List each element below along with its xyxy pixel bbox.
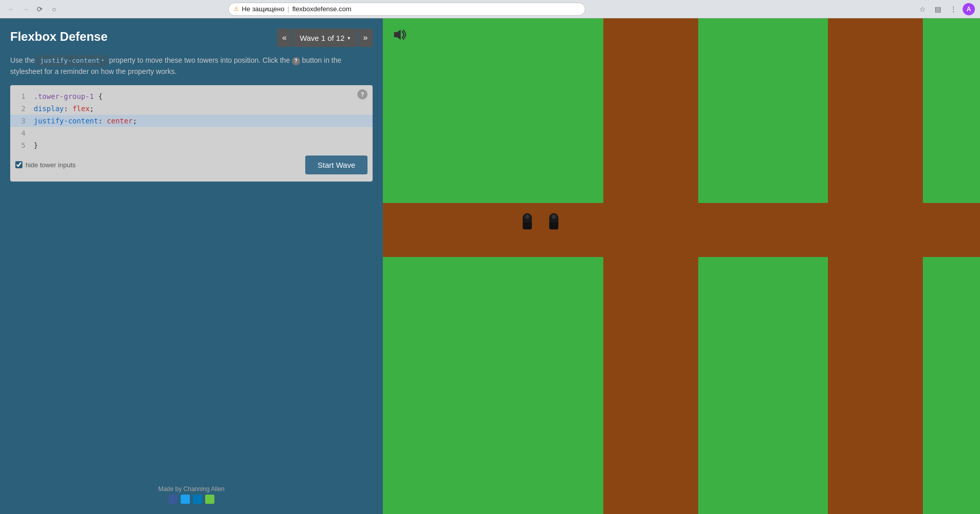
linkedin-icon[interactable] — [193, 495, 202, 504]
menu-button[interactable]: ⋮ — [947, 3, 960, 15]
code-content-1: .tower-group-1 { — [34, 92, 368, 100]
tower-2 — [547, 213, 560, 232]
info-icon[interactable]: ? — [292, 57, 300, 65]
bookmark-button[interactable]: ☆ — [917, 3, 929, 15]
wave-prev-button[interactable]: « — [277, 29, 291, 47]
tower-group — [521, 213, 560, 232]
wave-next-button[interactable]: » — [358, 29, 373, 47]
code-line-1: 1 .tower-group-1 { — [10, 90, 373, 102]
twitter-icon[interactable] — [181, 495, 190, 504]
home-button[interactable]: ○ — [48, 3, 60, 15]
app-container: Flexbox Defense « Wave 1 of 12 ▾ » Use t… — [0, 18, 980, 514]
made-by-text: Made by Channing Allen — [10, 485, 373, 493]
property-name: justify-content — [40, 56, 100, 66]
extensions-button[interactable]: ▤ — [932, 3, 944, 15]
sound-button[interactable] — [390, 25, 408, 44]
nav-buttons: ← → ⟳ ○ — [5, 3, 60, 15]
editor-footer: hide tower inputs Start Wave — [10, 151, 373, 176]
security-text: Не защищено — [242, 5, 285, 13]
wave-selector: « Wave 1 of 12 ▾ » — [277, 29, 373, 47]
github-icon[interactable] — [205, 495, 214, 504]
game-area — [383, 18, 980, 514]
tower-2-top — [549, 213, 558, 222]
wave-dropdown-arrow: ▾ — [348, 35, 350, 41]
browser-chrome: ← → ⟳ ○ ⚠ Не защищено | flexboxdefense.c… — [0, 0, 980, 18]
help-icon[interactable]: ? — [357, 89, 368, 99]
line-number-3: 3 — [15, 117, 26, 125]
property-badge[interactable]: justify-content ▾ — [37, 55, 107, 66]
line-number-5: 5 — [15, 141, 26, 149]
address-url: flexboxdefense.com — [292, 5, 352, 13]
wave-label-text: Wave 1 of 12 — [300, 34, 345, 42]
green-cover-tl — [383, 18, 603, 203]
left-panel: Flexbox Defense « Wave 1 of 12 ▾ » Use t… — [0, 18, 383, 514]
back-button[interactable]: ← — [5, 3, 17, 15]
social-icons — [10, 495, 373, 504]
browser-actions: ☆ ▤ ⋮ A — [917, 3, 975, 15]
road-vertical-right-top — [827, 18, 924, 210]
tower-1-top — [523, 213, 532, 222]
line-number-4: 4 — [15, 129, 26, 137]
code-content-3: justify-content: center; — [34, 117, 368, 125]
green-cover-bl — [383, 257, 603, 514]
code-line-3[interactable]: 3 justify-content: center; — [10, 115, 373, 127]
road-vertical-center-bottom — [602, 253, 699, 514]
hide-towers-text: hide tower inputs — [26, 161, 76, 169]
lock-icon: ⚠ — [234, 6, 239, 12]
green-cover-bottom-middle — [698, 257, 828, 514]
property-dropdown-icon: ▾ — [102, 57, 104, 64]
tower-1 — [521, 213, 534, 232]
road-vertical-right — [602, 18, 699, 233]
wave-label-button[interactable]: Wave 1 of 12 ▾ — [292, 29, 357, 47]
line-number-2: 2 — [15, 105, 26, 113]
instructions-prefix: Use the — [10, 56, 35, 64]
line-number-1: 1 — [15, 92, 26, 100]
header-row: Flexbox Defense « Wave 1 of 12 ▾ » — [10, 29, 373, 47]
code-content-5: } — [34, 141, 368, 149]
sound-icon — [392, 28, 406, 42]
hide-towers-checkbox[interactable] — [15, 161, 22, 168]
app-title: Flexbox Defense — [10, 30, 108, 44]
svg-marker-0 — [394, 30, 401, 40]
tower-2-base — [549, 222, 558, 229]
forward-button[interactable]: → — [19, 3, 32, 15]
panel-footer: Made by Channing Allen — [10, 485, 373, 504]
instructions: Use the justify-content ▾ property to mo… — [10, 55, 373, 77]
road-vertical-right-bottom — [827, 253, 924, 514]
reload-button[interactable]: ⟳ — [34, 3, 46, 15]
address-bar[interactable]: ⚠ Не защищено | flexboxdefense.com — [228, 3, 585, 16]
facebook-icon[interactable] — [168, 495, 178, 504]
address-separator: | — [287, 5, 289, 13]
code-line-2: 2 display: flex; — [10, 102, 373, 115]
code-line-4: 4 — [10, 127, 373, 139]
code-line-5: 5 } — [10, 139, 373, 151]
code-content-2: display: flex; — [34, 105, 368, 113]
instructions-middle: property to move these two towers into p… — [109, 56, 290, 64]
profile-icon[interactable]: A — [963, 3, 975, 15]
green-cover-bottom-right — [923, 257, 980, 514]
tower-1-base — [523, 222, 532, 229]
hide-towers-label[interactable]: hide tower inputs — [15, 161, 76, 169]
green-cover-top-middle — [698, 18, 828, 203]
start-wave-button[interactable]: Start Wave — [305, 156, 368, 174]
green-cover-top-right — [923, 18, 980, 203]
road-horizontal-middle — [383, 202, 980, 258]
code-editor: ? 1 .tower-group-1 { 2 display: flex; 3 … — [10, 85, 373, 182]
